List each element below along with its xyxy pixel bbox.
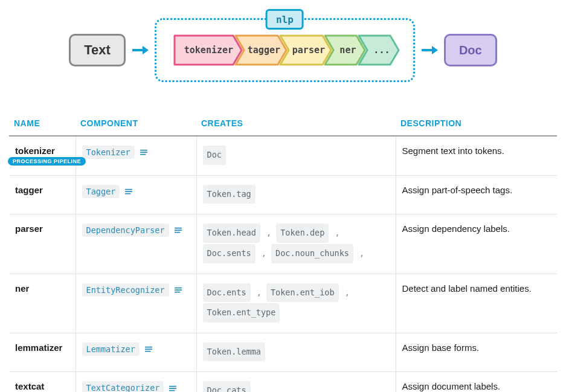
- component-link[interactable]: DependencyParser: [82, 223, 169, 237]
- doc-icon: [174, 286, 182, 295]
- cell-component: Tagger: [76, 175, 196, 214]
- table-row: taggerTaggerToken.tagAssign part-of-spee…: [9, 175, 557, 214]
- cell-name: textcat: [9, 372, 76, 392]
- col-component: COMPONENT: [76, 112, 196, 136]
- processing-pipeline-badge: PROCESSING PIPELINE: [8, 157, 86, 165]
- cell-name: tagger: [9, 175, 76, 214]
- stage-tokenizer: tokenizer: [173, 34, 243, 66]
- cell-name: parser: [9, 214, 76, 274]
- table-row: tokenizerPROCESSING PIPELINETokenizerDoc…: [9, 136, 557, 175]
- cell-description: Detect and label named entities.: [396, 274, 557, 333]
- arrow-icon: [420, 40, 439, 60]
- table-header-row: NAME COMPONENT CREATES DESCRIPTION: [9, 112, 557, 136]
- cell-description: Assign base forms.: [396, 333, 557, 372]
- doc-icon: [169, 385, 177, 392]
- cell-name: tokenizerPROCESSING PIPELINE: [9, 136, 76, 175]
- doc-icon: [124, 188, 133, 196]
- col-name: NAME: [9, 112, 76, 136]
- cell-creates: Token.lemma: [196, 333, 396, 372]
- cell-component: EntityRecognizer: [76, 274, 196, 333]
- cell-component: DependencyParser: [76, 214, 196, 274]
- svg-marker-1: [143, 46, 149, 54]
- cell-creates: Doc: [196, 136, 396, 175]
- creates-code: Doc.cats: [203, 381, 251, 392]
- table-row: parserDependencyParserToken.head , Token…: [9, 214, 557, 274]
- doc-icon: [144, 345, 153, 354]
- creates-code: Doc.ents: [203, 283, 251, 303]
- output-box: Doc: [444, 34, 497, 66]
- component-link[interactable]: Tokenizer: [82, 146, 135, 159]
- stage-list: tokenizertaggerparserner...: [173, 34, 400, 66]
- cell-creates: Token.tag: [196, 175, 396, 214]
- creates-code: Token.ent_iob: [266, 283, 339, 303]
- creates-code: Doc.sents: [203, 244, 256, 263]
- doc-icon: [140, 149, 148, 157]
- col-description: DESCRIPTION: [396, 112, 557, 136]
- cell-component: TextCategorizer: [76, 372, 196, 392]
- cell-creates: Doc.cats: [196, 372, 396, 392]
- cell-description: Assign dependency labels.: [396, 214, 557, 274]
- components-table: NAME COMPONENT CREATES DESCRIPTION token…: [9, 112, 557, 392]
- svg-marker-3: [432, 46, 438, 54]
- cell-component: Tokenizer: [76, 136, 196, 175]
- input-box: Text: [69, 34, 126, 66]
- creates-code: Token.lemma: [203, 342, 265, 362]
- creates-code: Token.tag: [203, 185, 256, 204]
- cell-description: Segment text into tokens.: [396, 136, 557, 175]
- table-row: textcatTextCategorizerDoc.catsAssign doc…: [9, 372, 557, 392]
- creates-code: Token.dep: [276, 223, 329, 243]
- pipeline-group: nlp tokenizertaggerparserner...: [155, 18, 415, 82]
- cell-component: Lemmatizer: [76, 333, 196, 372]
- cell-name: ner: [9, 274, 76, 333]
- creates-code: Token.head: [203, 223, 260, 243]
- col-creates: CREATES: [196, 112, 396, 136]
- component-link[interactable]: EntityRecognizer: [82, 283, 169, 297]
- table-row: lemmatizerLemmatizerToken.lemmaAssign ba…: [9, 333, 557, 372]
- pipeline-diagram: Text nlp tokenizertaggerparserner... Doc: [9, 18, 557, 82]
- component-link[interactable]: Lemmatizer: [82, 342, 140, 356]
- creates-code: Token.ent_type: [203, 303, 280, 323]
- cell-description: Assign part-of-speech tags.: [396, 175, 557, 214]
- creates-code: Doc.noun_chunks: [271, 244, 353, 263]
- doc-icon: [174, 227, 182, 235]
- cell-description: Assign document labels.: [396, 372, 557, 392]
- cell-name: lemmatizer: [9, 333, 76, 372]
- table-row: nerEntityRecognizerDoc.ents , Token.ent_…: [9, 274, 557, 333]
- arrow-icon: [130, 40, 150, 60]
- cell-creates: Doc.ents , Token.ent_iob , Token.ent_typ…: [196, 274, 396, 333]
- nlp-label: nlp: [266, 9, 304, 30]
- component-link[interactable]: Tagger: [82, 185, 120, 198]
- component-link[interactable]: TextCategorizer: [82, 381, 164, 392]
- cell-creates: Token.head , Token.dep , Doc.sents , Doc…: [196, 214, 396, 274]
- creates-code: Doc: [203, 146, 226, 165]
